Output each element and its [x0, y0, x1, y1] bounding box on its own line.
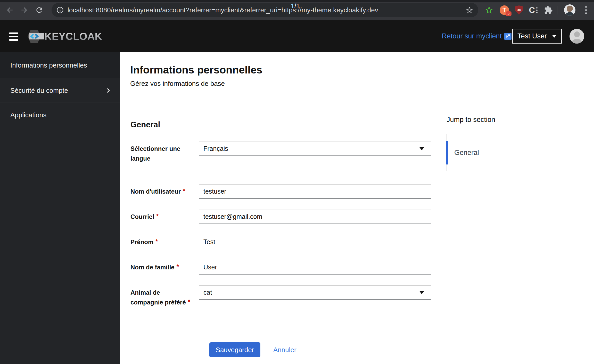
account-avatar[interactable] — [570, 29, 584, 44]
email-input[interactable] — [199, 210, 431, 224]
chevron-down-icon — [419, 291, 424, 294]
avatar-body — [572, 39, 582, 44]
brand-name: KEYCLOAK — [44, 31, 102, 42]
page-subtitle: Gérez vos informations de base — [130, 80, 594, 87]
browser-toolbar: localhost:8080/realms/myrealm/account?re… — [0, 0, 594, 20]
extension-green-star-icon[interactable] — [484, 0, 494, 20]
browser-menu-button[interactable] — [582, 0, 590, 20]
shield-icon: UD — [515, 5, 523, 15]
form-row-language: Sélectionner une langue Français — [130, 142, 432, 163]
lastname-input[interactable] — [199, 260, 431, 275]
c-icon: C — [529, 6, 537, 14]
c-dots — [536, 7, 538, 13]
save-button[interactable]: Sauvegarder — [209, 342, 260, 357]
masthead-right: Retour sur myclient Test User — [442, 20, 584, 52]
required-asterisk: * — [188, 299, 190, 305]
user-name: Test User — [517, 32, 547, 40]
back-to-client-link[interactable]: Retour sur myclient — [442, 32, 512, 40]
cancel-link[interactable]: Annuler — [273, 346, 296, 354]
external-link-icon — [504, 33, 512, 40]
url-text[interactable]: localhost:8080/realms/myrealm/account?re… — [68, 6, 465, 14]
chevron-down-icon — [552, 35, 557, 38]
language-select[interactable]: Français — [199, 142, 431, 156]
jump-list: General — [447, 134, 495, 171]
lastname-label: Nom de famille* — [130, 260, 199, 275]
language-label: Sélectionner une langue — [130, 142, 199, 163]
required-asterisk: * — [183, 188, 185, 194]
field-label-text: Prénom — [130, 238, 153, 245]
jump-to-section-nav: Jump to section General — [447, 115, 495, 171]
keycloak-logo: KEYCLOAK — [27, 29, 102, 43]
keycloak-hexagon-icon — [27, 29, 44, 43]
profile-photo — [564, 4, 575, 16]
kebab-menu-icon — [585, 6, 587, 14]
form-row-lastname: Nom de famille* — [130, 260, 432, 275]
favorite-pet-select[interactable]: cat — [199, 285, 431, 300]
c-letter: C — [529, 6, 535, 14]
browser-reload-button[interactable] — [35, 6, 43, 14]
sidebar-item-personal-info[interactable]: Informations personnelles — [0, 52, 120, 78]
back-link-label: Retour sur myclient — [442, 32, 502, 40]
sidebar-nav: Informations personnelles Sécurité du co… — [0, 52, 120, 364]
firstname-label: Prénom* — [130, 235, 199, 249]
chevron-right-icon — [105, 88, 111, 93]
email-label: Courriel* — [130, 210, 199, 224]
firstname-input[interactable] — [199, 235, 431, 249]
field-label-text: Animal de compagnie préféré — [130, 289, 186, 306]
sidebar-item-label: Sécurité du compte — [10, 87, 68, 95]
required-asterisk: * — [156, 213, 159, 220]
extension-tampermonkey-icon[interactable]: T 2 — [499, 0, 509, 20]
bookmark-star-icon[interactable] — [465, 6, 474, 14]
jump-item-general[interactable]: General — [447, 141, 495, 164]
sidebar-item-label: Informations personnelles — [10, 61, 87, 69]
section-heading: General — [130, 120, 594, 130]
field-label-text: Sélectionner une langue — [130, 145, 180, 162]
browser-forward-button[interactable] — [20, 6, 28, 14]
sidebar-item-label: Applications — [10, 111, 46, 119]
browser-profile-avatar[interactable] — [564, 0, 576, 20]
username-input[interactable] — [199, 184, 431, 199]
main-content: Informations personnelles Gérez vos info… — [120, 52, 594, 364]
selected-language: Français — [203, 145, 228, 152]
hamburger-menu-button[interactable] — [9, 32, 18, 41]
form-actions: Sauvegarder Annuler — [209, 342, 432, 357]
form-row-email: Courriel* — [130, 210, 432, 224]
form-row-firstname: Prénom* — [130, 235, 432, 249]
page-indicator: 1/1 — [291, 2, 300, 10]
extensions-puzzle-icon[interactable] — [543, 0, 553, 20]
favorite-pet-label: Animal de compagnie préféré* — [130, 285, 199, 307]
app-masthead: KEYCLOAK Retour sur myclient Test User — [0, 20, 594, 52]
field-label-text: Nom de famille — [130, 264, 175, 271]
extension-badge: 2 — [506, 11, 511, 16]
personal-info-form: Sélectionner une langue Français Nom d'u… — [130, 142, 432, 357]
avatar-head — [574, 31, 580, 37]
field-label-text: Courriel — [130, 213, 154, 220]
required-asterisk: * — [177, 263, 179, 270]
address-bar[interactable]: localhost:8080/realms/myrealm/account?re… — [52, 3, 478, 17]
browser-back-button[interactable] — [6, 6, 14, 14]
form-row-username: Nom d'utilisateur* — [130, 184, 432, 199]
extension-c-icon[interactable]: C — [527, 0, 539, 20]
selected-pet: cat — [203, 289, 212, 296]
chevron-down-icon — [419, 147, 424, 150]
screen: localhost:8080/realms/myrealm/account?re… — [0, 0, 594, 364]
jump-item-label: General — [454, 149, 479, 157]
required-asterisk: * — [155, 238, 158, 245]
extension-ublock-icon[interactable]: UD — [515, 0, 523, 20]
sidebar-item-applications[interactable]: Applications — [0, 103, 120, 127]
tampermonkey-circle: T 2 — [500, 5, 509, 15]
jump-heading: Jump to section — [447, 115, 495, 124]
page-title: Informations personnelles — [130, 64, 594, 76]
site-info-icon[interactable] — [56, 6, 64, 14]
user-menu-dropdown[interactable]: Test User — [512, 29, 562, 44]
form-row-favorite-pet: Animal de compagnie préféré* cat — [130, 285, 432, 307]
shield-label: UD — [517, 8, 521, 12]
sidebar-item-account-security[interactable]: Sécurité du compte — [0, 78, 120, 103]
field-label-text: Nom d'utilisateur — [130, 188, 181, 195]
toolbar-separator — [557, 6, 557, 14]
username-label: Nom d'utilisateur* — [130, 184, 199, 199]
